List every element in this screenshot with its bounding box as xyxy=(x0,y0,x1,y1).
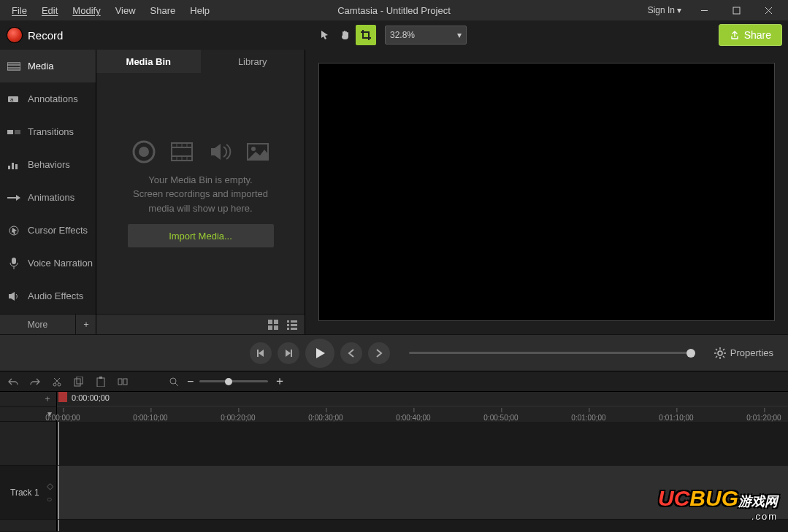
sidebar-label: Animations xyxy=(28,192,74,203)
grid-view-button[interactable] xyxy=(265,317,281,333)
animations-icon xyxy=(7,191,20,204)
menu-share[interactable]: Share xyxy=(143,2,183,19)
properties-button[interactable]: Properties xyxy=(710,344,778,362)
ruler-tick: 0:01:10;00 xyxy=(659,414,693,422)
prev-marker-button[interactable] xyxy=(340,342,362,364)
ruler-tick: 0:01:20;00 xyxy=(746,414,781,422)
import-media-button[interactable]: Import Media... xyxy=(128,224,274,247)
media-icon xyxy=(7,60,20,73)
menu-edit[interactable]: Edit xyxy=(34,2,65,19)
menu-bar: File Edit Modify View Share Help Camtasi… xyxy=(0,0,788,20)
pan-tool-button[interactable] xyxy=(335,25,356,45)
record-button[interactable]: Record xyxy=(7,28,63,42)
tab-media-bin[interactable]: Media Bin xyxy=(96,50,201,73)
crop-tool-button[interactable] xyxy=(356,25,376,45)
window-minimize-button[interactable] xyxy=(689,0,719,20)
preview-canvas[interactable] xyxy=(318,63,775,321)
sign-in-button[interactable]: Sign In ▾ xyxy=(642,2,687,18)
list-view-button[interactable] xyxy=(284,317,300,333)
grid-icon xyxy=(268,320,278,330)
zoom-select[interactable]: 32.8% ▾ xyxy=(385,26,467,45)
svg-rect-10 xyxy=(15,130,20,134)
sidebar-item-media[interactable]: Media xyxy=(0,50,96,82)
properties-label: Properties xyxy=(730,347,773,358)
split-button[interactable] xyxy=(115,374,130,389)
track-1-body[interactable] xyxy=(57,466,788,519)
timeline-zoom-slider[interactable] xyxy=(199,380,268,382)
magnifier-icon xyxy=(169,377,179,387)
split-icon xyxy=(118,377,128,387)
next-marker-button[interactable] xyxy=(368,342,390,364)
track-visibility-toggle[interactable]: ◇ xyxy=(47,481,53,491)
upload-icon xyxy=(730,30,740,40)
sidebar-item-voice-narration[interactable]: Voice Narration xyxy=(0,247,96,280)
share-button[interactable]: Share xyxy=(719,24,782,46)
svg-rect-36 xyxy=(287,324,289,326)
step-forward-button[interactable] xyxy=(278,342,299,364)
sidebar-item-animations[interactable]: Animations xyxy=(0,181,96,214)
playback-scrubber[interactable] xyxy=(409,352,691,354)
playhead-time: 0:00:00;00 xyxy=(72,393,110,402)
scrubber-handle[interactable] xyxy=(686,349,695,358)
sidebar-item-cursor-effects[interactable]: Cursor Effects xyxy=(0,214,96,247)
zoom-out-button[interactable]: − xyxy=(187,375,194,388)
plus-icon: ＋ xyxy=(43,393,52,405)
ruler-body[interactable]: 0:00:00;00 0:00:00;000:00:10;000:00:20;0… xyxy=(57,392,788,422)
menu-file[interactable]: File xyxy=(4,2,34,19)
zoom-in-button[interactable]: ＋ xyxy=(274,374,286,389)
sidebar-more-button[interactable]: More xyxy=(0,320,75,330)
sidebar-item-audio-effects[interactable]: Audio Effects xyxy=(0,280,96,312)
track-lock-toggle[interactable]: ○ xyxy=(47,494,53,504)
step-back-button[interactable] xyxy=(250,342,272,364)
svg-point-29 xyxy=(251,147,256,151)
cut-button[interactable] xyxy=(50,374,64,389)
play-button[interactable] xyxy=(305,339,334,368)
ruler-tick: 0:00:50;00 xyxy=(483,414,518,422)
copy-button[interactable] xyxy=(72,374,86,389)
redo-button[interactable] xyxy=(28,374,42,389)
svg-rect-56 xyxy=(77,377,83,384)
sidebar-item-transitions[interactable]: Transitions xyxy=(0,115,96,148)
redo-icon xyxy=(30,377,40,387)
maximize-icon xyxy=(732,7,741,15)
empty-state-icons xyxy=(131,139,270,164)
svg-text:a: a xyxy=(10,96,14,103)
svg-point-18 xyxy=(139,147,149,157)
paste-icon xyxy=(96,377,106,387)
track-empty-body[interactable] xyxy=(57,422,788,465)
svg-rect-16 xyxy=(12,258,16,264)
playhead-handle[interactable] xyxy=(58,392,67,402)
behaviors-icon xyxy=(7,158,20,171)
svg-rect-1 xyxy=(733,7,740,14)
sidebar-item-annotations[interactable]: a Annotations xyxy=(0,82,96,115)
window-maximize-button[interactable] xyxy=(721,0,751,20)
sidebar-item-behaviors[interactable]: Behaviors xyxy=(0,148,96,181)
add-marker-track-button[interactable]: ＋ xyxy=(0,392,56,407)
timeline-ruler: ＋ ▾ 0:00:00;00 0:00:00;000:00:10;000:00:… xyxy=(0,391,788,422)
audio-icon xyxy=(207,139,232,164)
sidebar-label: Behaviors xyxy=(28,159,70,170)
svg-rect-58 xyxy=(99,377,102,379)
record-label: Record xyxy=(28,29,63,42)
menu-view[interactable]: View xyxy=(108,2,143,19)
list-icon xyxy=(287,320,297,330)
close-icon xyxy=(765,7,773,15)
undo-button[interactable] xyxy=(6,374,20,389)
transitions-icon xyxy=(7,126,20,139)
track-header-1[interactable]: Track 1 ◇ ○ xyxy=(0,466,57,519)
svg-rect-9 xyxy=(7,130,13,134)
paste-button[interactable] xyxy=(93,374,108,389)
window-close-button[interactable] xyxy=(753,0,784,20)
svg-rect-40 xyxy=(257,350,259,357)
zoom-fit-button[interactable] xyxy=(167,374,181,389)
film-icon xyxy=(169,139,194,164)
select-tool-button[interactable] xyxy=(315,25,335,45)
zoom-slider-handle[interactable] xyxy=(225,378,232,385)
menu-help[interactable]: Help xyxy=(183,2,217,19)
add-tool-button[interactable]: ＋ xyxy=(75,315,96,335)
play-icon xyxy=(313,347,326,360)
plus-icon: ＋ xyxy=(82,318,91,331)
tab-library[interactable]: Library xyxy=(201,50,305,73)
menu-modify[interactable]: Modify xyxy=(65,2,107,19)
svg-rect-37 xyxy=(291,324,297,326)
